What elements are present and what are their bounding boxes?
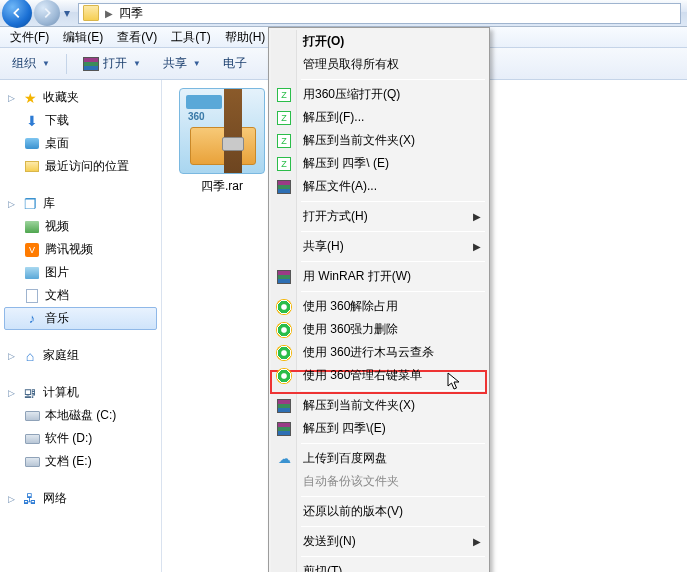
rar-icon (276, 398, 292, 414)
ctx-send-to[interactable]: 发送到(N)▶ (271, 530, 487, 553)
menu-view[interactable]: 查看(V) (111, 27, 163, 48)
share-label: 共享 (163, 55, 187, 72)
open-button[interactable]: 打开▼ (77, 52, 147, 75)
nav-history-dropdown[interactable]: ▾ (60, 6, 74, 20)
360-icon (276, 345, 292, 361)
expand-icon: ▷ (6, 493, 17, 504)
download-icon: ⬇ (24, 113, 40, 129)
menu-help[interactable]: 帮助(H) (219, 27, 272, 48)
ctx-360-context-manage[interactable]: 使用 360管理右键菜单 (271, 364, 487, 387)
submenu-arrow-icon: ▶ (473, 211, 481, 222)
tencent-icon: V (24, 242, 40, 258)
sidebar-favorites[interactable]: ▷ ★ 收藏夹 (4, 86, 157, 109)
sidebar-item-documents[interactable]: 文档 (4, 284, 157, 307)
submenu-arrow-icon: ▶ (473, 536, 481, 547)
ctx-share[interactable]: 共享(H)▶ (271, 235, 487, 258)
ctx-cut[interactable]: 剪切(T) (271, 560, 487, 572)
libraries-label: 库 (43, 195, 55, 212)
breadcrumb-location[interactable]: 四季 (119, 5, 143, 22)
file-name[interactable]: 四季.rar (174, 178, 270, 195)
ctx-360-trojan-scan[interactable]: 使用 360进行木马云查杀 (271, 341, 487, 364)
menu-file[interactable]: 文件(F) (4, 27, 55, 48)
360-icon (276, 299, 292, 315)
sidebar-item-recent[interactable]: 最近访问的位置 (4, 155, 157, 178)
sidebar-item-pictures[interactable]: 图片 (4, 261, 157, 284)
star-icon: ★ (22, 90, 38, 106)
library-icon: ❐ (22, 196, 38, 212)
expand-icon: ▷ (6, 350, 17, 361)
organize-button[interactable]: 组织▼ (6, 52, 56, 75)
sidebar-network[interactable]: ▷ 🖧 网络 (4, 487, 157, 510)
ctx-open[interactable]: 打开(O) (271, 30, 487, 53)
ctx-restore-previous[interactable]: 还原以前的版本(V) (271, 500, 487, 523)
360-icon (276, 322, 292, 338)
ctx-360-unlock[interactable]: 使用 360解除占用 (271, 295, 487, 318)
archive-icon: Z (276, 110, 292, 126)
share-button[interactable]: 共享▼ (157, 52, 207, 75)
ctx-separator (301, 291, 485, 292)
thumb-brand: 360 (188, 111, 205, 122)
file-item[interactable]: 360 四季.rar (174, 88, 270, 195)
desktop-icon (24, 136, 40, 152)
nav-back-button[interactable] (2, 0, 32, 28)
cloud-icon: ☁ (276, 451, 292, 467)
menu-edit[interactable]: 编辑(E) (57, 27, 109, 48)
sidebar-item-downloads[interactable]: ⬇下载 (4, 109, 157, 132)
sidebar-item-music[interactable]: ♪音乐 (4, 307, 157, 330)
recent-icon (24, 159, 40, 175)
ctx-separator (301, 261, 485, 262)
ctx-extract-named-rar[interactable]: 解压到 四季\(E) (271, 417, 487, 440)
sidebar-item-videos[interactable]: 视频 (4, 215, 157, 238)
sidebar-item-drive-c[interactable]: 本地磁盘 (C:) (4, 404, 157, 427)
ctx-separator (301, 390, 485, 391)
ctx-admin-own[interactable]: 管理员取得所有权 (271, 53, 487, 76)
file-thumbnail: 360 (179, 88, 265, 174)
sidebar-item-drive-e[interactable]: 文档 (E:) (4, 450, 157, 473)
ctx-extract-named[interactable]: Z解压到 四季\ (E) (271, 152, 487, 175)
expand-icon: ▷ (6, 198, 17, 209)
ctx-extract-files[interactable]: 解压文件(A)... (271, 175, 487, 198)
ctx-360-force-delete[interactable]: 使用 360强力删除 (271, 318, 487, 341)
breadcrumb[interactable]: ▶ 四季 (78, 3, 681, 24)
network-label: 网络 (43, 490, 67, 507)
archive-icon: Z (276, 133, 292, 149)
ctx-extract-to[interactable]: Z解压到(F)... (271, 106, 487, 129)
sidebar-item-drive-d[interactable]: 软件 (D:) (4, 427, 157, 450)
address-bar: ▾ ▶ 四季 (0, 0, 687, 27)
ctx-separator (301, 201, 485, 202)
ctx-open-with[interactable]: 打开方式(H)▶ (271, 205, 487, 228)
sidebar-homegroup[interactable]: ▷ ⌂ 家庭组 (4, 344, 157, 367)
ctx-winrar-open[interactable]: 用 WinRAR 打开(W) (271, 265, 487, 288)
computer-label: 计算机 (43, 384, 79, 401)
toolbar-separator (66, 54, 67, 74)
archive-icon: Z (276, 156, 292, 172)
picture-icon (24, 265, 40, 281)
sidebar-item-tencent[interactable]: V腾讯视频 (4, 238, 157, 261)
sidebar-computer[interactable]: ▷ 🖳 计算机 (4, 381, 157, 404)
ctx-separator (301, 526, 485, 527)
drive-icon (24, 431, 40, 447)
video-icon (24, 219, 40, 235)
ctx-auto-backup: 自动备份该文件夹 (271, 470, 487, 493)
archive-icon: Z (276, 87, 292, 103)
sidebar-libraries[interactable]: ▷ ❐ 库 (4, 192, 157, 215)
nav-forward-button[interactable] (34, 0, 60, 26)
rar-icon (276, 269, 292, 285)
ctx-upload-baidu[interactable]: ☁上传到百度网盘 (271, 447, 487, 470)
rar-icon (276, 179, 292, 195)
menu-tools[interactable]: 工具(T) (165, 27, 216, 48)
ctx-open-360zip[interactable]: Z用360压缩打开(Q) (271, 83, 487, 106)
homegroup-label: 家庭组 (43, 347, 79, 364)
document-icon (24, 288, 40, 304)
email-label: 电子 (223, 55, 247, 72)
email-button[interactable]: 电子 (217, 52, 253, 75)
sidebar-item-desktop[interactable]: 桌面 (4, 132, 157, 155)
rar-icon (276, 421, 292, 437)
ctx-extract-here-rar[interactable]: 解压到当前文件夹(X) (271, 394, 487, 417)
expand-icon: ▷ (6, 92, 17, 103)
music-icon: ♪ (24, 311, 40, 327)
ctx-separator (301, 231, 485, 232)
ctx-separator (301, 79, 485, 80)
ctx-extract-here[interactable]: Z解压到当前文件夹(X) (271, 129, 487, 152)
drive-icon (24, 454, 40, 470)
